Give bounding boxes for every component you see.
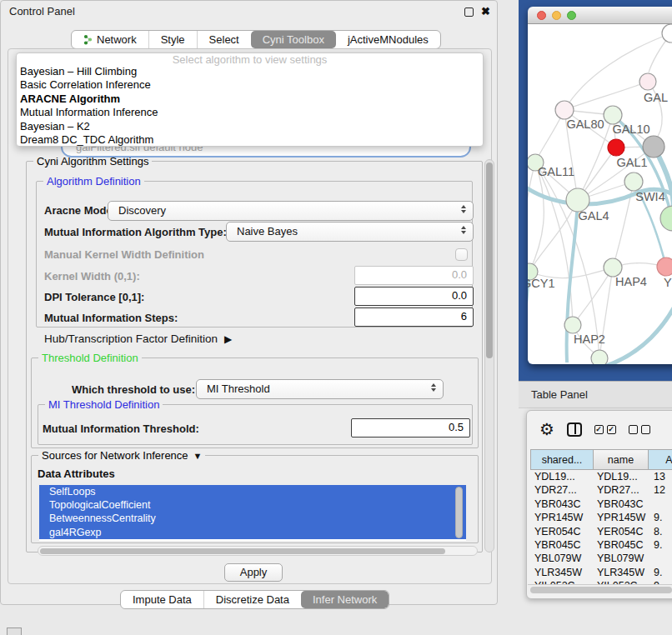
attribute-item[interactable]: gal4RGexp xyxy=(39,526,466,539)
algorithm-option[interactable]: Mutual Information Inference xyxy=(17,106,483,119)
attribute-item[interactable]: BetweennessCentrality xyxy=(39,512,466,525)
network-node-gal10[interactable] xyxy=(604,106,622,124)
table-cell: YDL19... xyxy=(594,470,649,483)
table-row[interactable]: YBL079WYBL079W xyxy=(530,552,672,565)
table-cell xyxy=(649,552,672,565)
table-cell: 9. xyxy=(649,538,672,552)
table-row[interactable]: YER054CYER054C8. xyxy=(530,525,672,538)
table-row[interactable]: YLR345WYLR345W9. xyxy=(530,566,672,579)
unchecked-boxes-icon[interactable] xyxy=(629,425,650,434)
tab-infer-network[interactable]: Infer Network xyxy=(301,591,389,608)
spinner-icon xyxy=(461,205,466,213)
tab-network[interactable]: Network xyxy=(72,31,148,48)
network-node-hap2[interactable] xyxy=(564,317,581,333)
tab-label: Infer Network xyxy=(313,593,377,606)
algorithm-dropdown-placeholder: Select algorithm to view settings xyxy=(17,53,483,65)
network-node-gal1[interactable] xyxy=(608,139,624,156)
which-threshold-combo[interactable]: MI Threshold xyxy=(196,379,444,399)
table-row[interactable]: YDL19...YDL19...13 xyxy=(530,470,672,483)
algorithm-option[interactable]: Bayesian – Hill Climbing xyxy=(17,65,483,78)
network-node[interactable] xyxy=(591,350,608,364)
network-node[interactable] xyxy=(662,24,672,42)
table-panel-title: Table Panel xyxy=(531,388,588,401)
network-node-gal80[interactable] xyxy=(555,101,574,119)
node-label-gal4: GAL4 xyxy=(578,209,609,222)
table-row[interactable]: YPR145WYPR145W9. xyxy=(530,511,672,524)
mi-type-value: Naive Bayes xyxy=(237,225,298,238)
apply-button[interactable]: Apply xyxy=(224,563,283,582)
close-icon[interactable] xyxy=(481,5,490,18)
checked-boxes-icon[interactable] xyxy=(594,425,616,434)
dpi-tolerance-field[interactable]: 0.0 xyxy=(354,287,474,306)
tab-label: Network xyxy=(97,33,137,46)
node-label-gcy1: GCY1 xyxy=(528,277,555,290)
network-node-y[interactable] xyxy=(657,258,672,276)
aracne-mode-combo[interactable]: Discovery xyxy=(108,201,474,221)
tab-style[interactable]: Style xyxy=(148,31,197,48)
control-panel-tabs: NetworkStyleSelectCyni ToolboxjActiveMNo… xyxy=(71,30,441,49)
attribute-item[interactable]: SelfLoops xyxy=(39,485,466,498)
column-header[interactable]: shared... xyxy=(530,449,594,470)
tab-label: Style xyxy=(161,33,185,46)
column-header[interactable]: name xyxy=(594,449,649,470)
network-canvas[interactable]: GALGAL80GAL10GAL1GAL11SWI4GAL4GCY1HAP4YH… xyxy=(528,24,672,364)
tab-discretize-data[interactable]: Discretize Data xyxy=(203,591,301,608)
data-attributes-list[interactable]: SelfLoopsTopologicalCoefficientBetweenne… xyxy=(39,485,466,541)
minimize-traffic-light-icon[interactable] xyxy=(552,11,561,20)
data-attributes-label: Data Attributes xyxy=(38,468,115,480)
table-row[interactable]: YBR043CYBR043C xyxy=(530,498,672,511)
network-node[interactable] xyxy=(643,136,664,158)
mi-threshold-field[interactable]: 0.5 xyxy=(351,418,470,438)
network-node-gal4[interactable] xyxy=(566,188,589,212)
float-window-icon[interactable] xyxy=(464,8,474,17)
mini-button[interactable] xyxy=(7,628,22,635)
algorithm-option[interactable]: Dream8 DC_TDC Algorithm xyxy=(17,133,483,147)
network-node-gal[interactable] xyxy=(639,73,656,90)
attribute-item[interactable]: TopologicalCoefficient xyxy=(39,498,466,512)
spinner-icon xyxy=(431,383,436,392)
settings-horizontal-scrollbar[interactable] xyxy=(38,546,478,556)
table-cell: YDR27... xyxy=(594,483,649,497)
node-label-gal10: GAL10 xyxy=(612,122,649,136)
gear-icon[interactable] xyxy=(539,421,554,438)
tab-label: Discretize Data xyxy=(216,593,289,606)
table-horizontal-scrollbar[interactable] xyxy=(528,584,672,594)
close-traffic-light-icon[interactable] xyxy=(537,11,546,20)
algorithm-option[interactable]: Bayesian – K2 xyxy=(17,120,483,133)
table-cell: YPR145W xyxy=(594,511,649,524)
which-threshold-label: Which threshold to use: xyxy=(72,383,195,396)
mi-threshold-legend: MI Threshold Definition xyxy=(45,398,163,411)
settings-vertical-scrollbar[interactable] xyxy=(484,159,494,552)
tab-select[interactable]: Select xyxy=(197,31,251,48)
control-panel-window: Control Panel NetworkStyleSelectCyni Too… xyxy=(0,0,498,605)
network-node-swi4[interactable] xyxy=(624,172,643,191)
manual-kernel-checkbox[interactable] xyxy=(455,248,468,261)
mi-type-combo[interactable]: Naive Bayes xyxy=(226,222,474,242)
network-node[interactable] xyxy=(660,206,672,231)
algorithm-option[interactable]: ARACNE Algorithm xyxy=(17,92,483,106)
table-cell: YBL079W xyxy=(594,552,649,565)
table-row[interactable]: YDR27...YDR27...12 xyxy=(530,483,672,497)
table-row[interactable]: YBR045CYBR045C9. xyxy=(530,538,672,552)
table-cell: YLR345W xyxy=(530,566,594,579)
sources-legend[interactable]: Sources for Network Inference xyxy=(38,449,205,462)
algorithm-dropdown-popup: Select algorithm to view settings Bayesi… xyxy=(16,52,484,147)
tab-impute-data[interactable]: Impute Data xyxy=(121,591,203,608)
column-header[interactable]: A xyxy=(649,449,672,470)
attributes-vertical-scrollbar[interactable] xyxy=(455,487,463,538)
control-panel-title: Control Panel xyxy=(9,5,75,18)
table-cell: 9. xyxy=(649,566,672,579)
node-label-swi4: SWI4 xyxy=(635,190,664,203)
tab-jactivemnodules[interactable]: jActiveMNodules xyxy=(336,31,440,48)
tab-cyni-toolbox[interactable]: Cyni Toolbox xyxy=(251,31,336,48)
mi-steps-field[interactable]: 6 xyxy=(354,308,474,327)
hub-definition-expander[interactable]: Hub/Transcription Factor Definition xyxy=(44,332,232,345)
network-node-hap4[interactable] xyxy=(604,258,622,277)
algorithm-definition-legend: Algorithm Definition xyxy=(43,175,144,188)
table-cell: YER054C xyxy=(594,525,649,538)
zoom-traffic-light-icon[interactable] xyxy=(567,11,576,20)
split-panel-icon[interactable] xyxy=(567,422,582,437)
algorithm-option[interactable]: Basic Correlation Inference xyxy=(17,78,483,92)
kernel-width-field[interactable]: 0.0 xyxy=(354,266,474,285)
tab-label: Cyni Toolbox xyxy=(263,33,324,46)
